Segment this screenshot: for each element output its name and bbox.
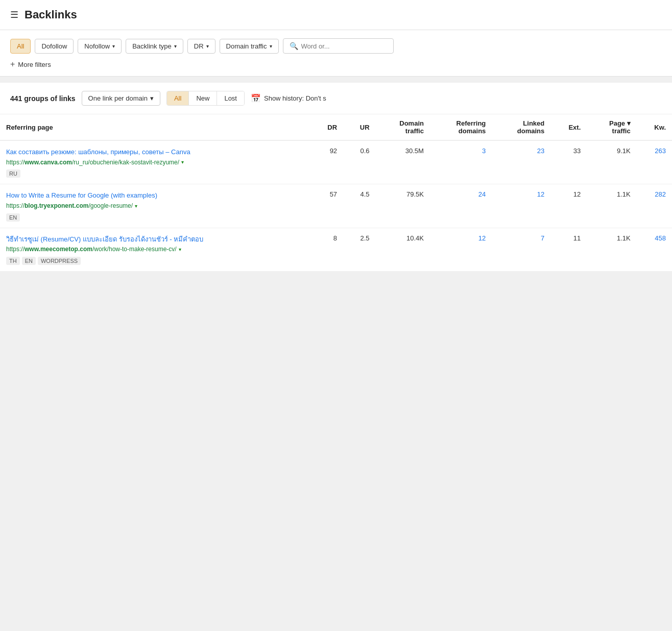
link-per-domain-button[interactable]: One link per domain ▾ <box>82 91 160 106</box>
table-controls: 441 groups of links One link per domain … <box>0 83 672 114</box>
filter-all-button[interactable]: All <box>10 39 31 54</box>
filter-dr-button[interactable]: DR ▾ <box>187 39 215 54</box>
url-row: https://www.meecometop.com/work/how-to-m… <box>6 245 305 254</box>
table-row: How to Write a Resume for Google (with e… <box>0 184 672 228</box>
col-referring-domains[interactable]: Referringdomains <box>430 114 492 140</box>
lang-tags: RU <box>6 169 305 178</box>
domain-traffic-cell: 79.5K <box>376 184 430 228</box>
page-title: Backlinks <box>25 8 77 21</box>
table-row: วิธีทำเรซูเม่ (Resume/CV) แบบละเอียด รับ… <box>0 228 672 271</box>
col-kw[interactable]: Kw. <box>637 114 672 140</box>
content-area: 441 groups of links One link per domain … <box>0 83 672 272</box>
tab-all[interactable]: All <box>167 91 189 105</box>
col-domain-traffic[interactable]: Domaintraffic <box>376 114 430 140</box>
url-expand-icon[interactable]: ▾ <box>181 159 184 165</box>
referring-page-cell: Как составить резюме: шаблоны, примеры, … <box>0 140 311 184</box>
linked-domains-cell[interactable]: 7 <box>492 228 550 271</box>
data-table: Referring page DR UR Domaintraffic Refer… <box>0 114 672 272</box>
domain-traffic-chevron-icon: ▾ <box>270 43 272 49</box>
col-ext[interactable]: Ext. <box>550 114 587 140</box>
col-ur[interactable]: UR <box>343 114 375 140</box>
page-url: https://blog.tryexponent.com/google-resu… <box>6 202 133 210</box>
page-title-link[interactable]: Как составить резюме: шаблоны, примеры, … <box>6 147 305 157</box>
filter-nofollow-button[interactable]: Nofollow ▾ <box>78 39 122 54</box>
dr-cell: 8 <box>311 228 343 271</box>
ur-cell: 4.5 <box>343 184 375 228</box>
hamburger-icon[interactable]: ☰ <box>10 9 18 20</box>
page-url: https://www.canva.com/ru_ru/obuchenie/ka… <box>6 158 179 167</box>
search-input[interactable] <box>301 42 387 50</box>
page-title-link[interactable]: How to Write a Resume for Google (with e… <box>6 190 305 201</box>
ext-cell: 11 <box>550 228 587 271</box>
calendar-icon: 📅 <box>251 93 261 103</box>
domain-traffic-cell: 10.4K <box>376 228 430 271</box>
table-row: Как составить резюме: шаблоны, примеры, … <box>0 140 672 184</box>
page-title-link[interactable]: วิธีทำเรซูเม่ (Resume/CV) แบบละเอียด รับ… <box>6 234 305 245</box>
dr-chevron-icon: ▾ <box>206 43 209 49</box>
more-filters-label: More filters <box>18 61 51 68</box>
tab-new[interactable]: New <box>189 91 217 105</box>
ur-cell: 2.5 <box>343 228 375 271</box>
more-filters-row[interactable]: + More filters <box>10 60 662 76</box>
url-expand-icon[interactable]: ▾ <box>179 247 181 252</box>
lang-tag: EN <box>6 213 20 222</box>
url-row: https://blog.tryexponent.com/google-resu… <box>6 202 305 210</box>
referring-domains-cell[interactable]: 3 <box>430 140 492 184</box>
kw-cell[interactable]: 458 <box>637 228 672 271</box>
page-traffic-cell: 1.1K <box>587 228 636 271</box>
col-referring-page: Referring page <box>0 114 311 140</box>
filter-dofollow-button[interactable]: Dofollow <box>35 39 74 54</box>
lang-tag: WORDPRESS <box>38 257 81 265</box>
search-box[interactable]: 🔍 <box>283 38 394 54</box>
referring-page-cell: วิธีทำเรซูเม่ (Resume/CV) แบบละเอียด รับ… <box>0 228 311 271</box>
linked-domains-cell[interactable]: 12 <box>492 184 550 228</box>
ext-cell: 12 <box>550 184 587 228</box>
backlink-type-chevron-icon: ▾ <box>174 43 177 49</box>
col-linked-domains[interactable]: Linkeddomains <box>492 114 550 140</box>
linked-domains-cell[interactable]: 23 <box>492 140 550 184</box>
url-expand-icon[interactable]: ▾ <box>135 203 137 209</box>
kw-cell[interactable]: 282 <box>637 184 672 228</box>
lang-tags: THENWORDPRESS <box>6 257 305 265</box>
groups-count: 441 groups of links <box>10 94 76 103</box>
dr-cell: 92 <box>311 140 343 184</box>
ext-cell: 33 <box>550 140 587 184</box>
domain-traffic-cell: 30.5M <box>376 140 430 184</box>
url-row: https://www.canva.com/ru_ru/obuchenie/ka… <box>6 158 305 167</box>
tab-group: All New Lost <box>166 91 245 106</box>
page-url: https://www.meecometop.com/work/how-to-m… <box>6 245 177 254</box>
filters-row: All Dofollow Nofollow ▾ Backlink type ▾ … <box>10 38 662 60</box>
referring-domains-cell[interactable]: 24 <box>430 184 492 228</box>
ur-cell: 0.6 <box>343 140 375 184</box>
lang-tags: EN <box>6 213 305 222</box>
nofollow-chevron-icon: ▾ <box>112 43 115 49</box>
link-per-domain-chevron-icon: ▾ <box>150 94 154 102</box>
tab-lost[interactable]: Lost <box>217 91 244 105</box>
lang-tag: EN <box>22 257 36 265</box>
col-page-traffic[interactable]: Page ▾traffic <box>587 114 636 140</box>
plus-icon: + <box>10 60 15 69</box>
lang-tag: RU <box>6 169 20 178</box>
header-bar: ☰ Backlinks <box>0 0 672 30</box>
referring-page-cell: How to Write a Resume for Google (with e… <box>0 184 311 228</box>
referring-domains-cell[interactable]: 12 <box>430 228 492 271</box>
show-history-button[interactable]: 📅 Show history: Don't s <box>251 93 326 103</box>
dr-cell: 57 <box>311 184 343 228</box>
page-traffic-cell: 9.1K <box>587 140 636 184</box>
table-header-row: Referring page DR UR Domaintraffic Refer… <box>0 114 672 140</box>
kw-cell[interactable]: 263 <box>637 140 672 184</box>
col-dr[interactable]: DR <box>311 114 343 140</box>
filter-backlink-type-button[interactable]: Backlink type ▾ <box>126 39 183 54</box>
lang-tag: TH <box>6 257 20 265</box>
search-icon: 🔍 <box>290 42 298 50</box>
filters-bar: All Dofollow Nofollow ▾ Backlink type ▾ … <box>0 30 672 77</box>
show-history-label: Show history: Don't s <box>264 94 326 102</box>
filter-domain-traffic-button[interactable]: Domain traffic ▾ <box>220 39 279 54</box>
page-traffic-cell: 1.1K <box>587 184 636 228</box>
